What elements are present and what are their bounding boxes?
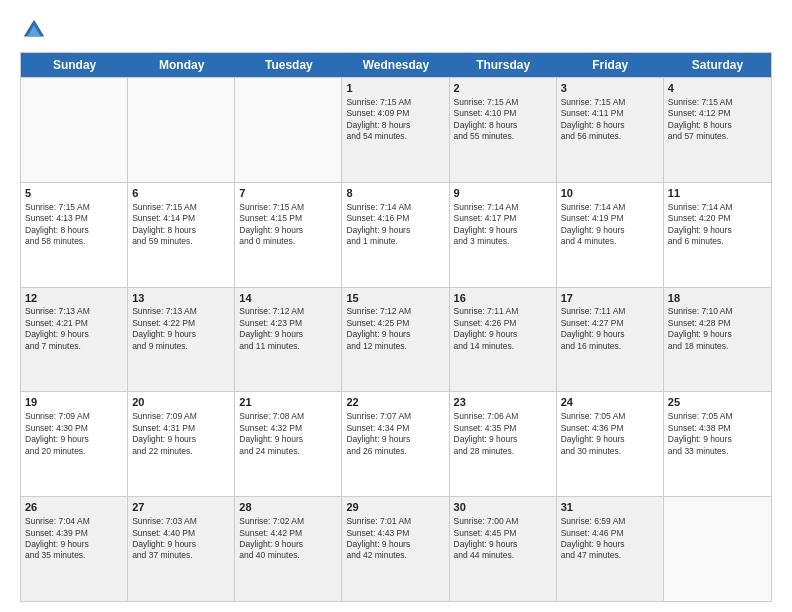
cell-info: Sunrise: 7:13 AM Sunset: 4:22 PM Dayligh… [132,306,230,352]
day-number: 1 [346,81,444,96]
header-day-thursday: Thursday [450,53,557,77]
day-number: 6 [132,186,230,201]
day-number: 29 [346,500,444,515]
day-number: 9 [454,186,552,201]
cell-info: Sunrise: 7:03 AM Sunset: 4:40 PM Dayligh… [132,516,230,562]
day-number: 13 [132,291,230,306]
cell-info: Sunrise: 7:12 AM Sunset: 4:23 PM Dayligh… [239,306,337,352]
cell-info: Sunrise: 7:14 AM Sunset: 4:20 PM Dayligh… [668,202,767,248]
cell-info: Sunrise: 7:06 AM Sunset: 4:35 PM Dayligh… [454,411,552,457]
day-number: 15 [346,291,444,306]
calendar-cell: 13Sunrise: 7:13 AM Sunset: 4:22 PM Dayli… [128,288,235,392]
calendar-cell: 18Sunrise: 7:10 AM Sunset: 4:28 PM Dayli… [664,288,771,392]
cell-info: Sunrise: 7:13 AM Sunset: 4:21 PM Dayligh… [25,306,123,352]
day-number: 3 [561,81,659,96]
calendar-cell: 19Sunrise: 7:09 AM Sunset: 4:30 PM Dayli… [21,392,128,496]
calendar-cell: 31Sunrise: 6:59 AM Sunset: 4:46 PM Dayli… [557,497,664,601]
calendar-cell: 6Sunrise: 7:15 AM Sunset: 4:14 PM Daylig… [128,183,235,287]
calendar-cell: 3Sunrise: 7:15 AM Sunset: 4:11 PM Daylig… [557,78,664,182]
calendar-cell: 5Sunrise: 7:15 AM Sunset: 4:13 PM Daylig… [21,183,128,287]
calendar-row-4: 26Sunrise: 7:04 AM Sunset: 4:39 PM Dayli… [21,496,771,601]
cell-info: Sunrise: 7:02 AM Sunset: 4:42 PM Dayligh… [239,516,337,562]
calendar-cell [128,78,235,182]
cell-info: Sunrise: 7:15 AM Sunset: 4:14 PM Dayligh… [132,202,230,248]
day-number: 21 [239,395,337,410]
calendar-cell: 29Sunrise: 7:01 AM Sunset: 4:43 PM Dayli… [342,497,449,601]
cell-info: Sunrise: 7:09 AM Sunset: 4:30 PM Dayligh… [25,411,123,457]
calendar-cell: 10Sunrise: 7:14 AM Sunset: 4:19 PM Dayli… [557,183,664,287]
cell-info: Sunrise: 7:15 AM Sunset: 4:12 PM Dayligh… [668,97,767,143]
day-number: 2 [454,81,552,96]
day-number: 31 [561,500,659,515]
day-number: 16 [454,291,552,306]
cell-info: Sunrise: 7:05 AM Sunset: 4:36 PM Dayligh… [561,411,659,457]
calendar-cell [664,497,771,601]
cell-info: Sunrise: 7:00 AM Sunset: 4:45 PM Dayligh… [454,516,552,562]
calendar-row-0: 1Sunrise: 7:15 AM Sunset: 4:09 PM Daylig… [21,77,771,182]
calendar-cell: 30Sunrise: 7:00 AM Sunset: 4:45 PM Dayli… [450,497,557,601]
header-day-monday: Monday [128,53,235,77]
cell-info: Sunrise: 7:15 AM Sunset: 4:11 PM Dayligh… [561,97,659,143]
cell-info: Sunrise: 7:11 AM Sunset: 4:26 PM Dayligh… [454,306,552,352]
cell-info: Sunrise: 7:05 AM Sunset: 4:38 PM Dayligh… [668,411,767,457]
cell-info: Sunrise: 7:15 AM Sunset: 4:13 PM Dayligh… [25,202,123,248]
calendar-header: SundayMondayTuesdayWednesdayThursdayFrid… [21,53,771,77]
cell-info: Sunrise: 7:15 AM Sunset: 4:15 PM Dayligh… [239,202,337,248]
day-number: 5 [25,186,123,201]
calendar-cell: 4Sunrise: 7:15 AM Sunset: 4:12 PM Daylig… [664,78,771,182]
day-number: 25 [668,395,767,410]
calendar-cell: 15Sunrise: 7:12 AM Sunset: 4:25 PM Dayli… [342,288,449,392]
calendar-cell: 2Sunrise: 7:15 AM Sunset: 4:10 PM Daylig… [450,78,557,182]
calendar-cell: 27Sunrise: 7:03 AM Sunset: 4:40 PM Dayli… [128,497,235,601]
day-number: 24 [561,395,659,410]
calendar-cell [21,78,128,182]
cell-info: Sunrise: 7:10 AM Sunset: 4:28 PM Dayligh… [668,306,767,352]
calendar-cell: 11Sunrise: 7:14 AM Sunset: 4:20 PM Dayli… [664,183,771,287]
calendar-cell: 17Sunrise: 7:11 AM Sunset: 4:27 PM Dayli… [557,288,664,392]
cell-info: Sunrise: 7:14 AM Sunset: 4:17 PM Dayligh… [454,202,552,248]
header-day-wednesday: Wednesday [342,53,449,77]
calendar: SundayMondayTuesdayWednesdayThursdayFrid… [20,52,772,602]
cell-info: Sunrise: 7:14 AM Sunset: 4:19 PM Dayligh… [561,202,659,248]
calendar-cell: 28Sunrise: 7:02 AM Sunset: 4:42 PM Dayli… [235,497,342,601]
cell-info: Sunrise: 7:14 AM Sunset: 4:16 PM Dayligh… [346,202,444,248]
cell-info: Sunrise: 7:08 AM Sunset: 4:32 PM Dayligh… [239,411,337,457]
day-number: 26 [25,500,123,515]
header-day-friday: Friday [557,53,664,77]
header [20,16,772,44]
day-number: 30 [454,500,552,515]
calendar-cell: 14Sunrise: 7:12 AM Sunset: 4:23 PM Dayli… [235,288,342,392]
calendar-cell: 26Sunrise: 7:04 AM Sunset: 4:39 PM Dayli… [21,497,128,601]
calendar-cell: 12Sunrise: 7:13 AM Sunset: 4:21 PM Dayli… [21,288,128,392]
cell-info: Sunrise: 7:07 AM Sunset: 4:34 PM Dayligh… [346,411,444,457]
day-number: 23 [454,395,552,410]
logo-icon [20,16,48,44]
day-number: 11 [668,186,767,201]
calendar-cell: 9Sunrise: 7:14 AM Sunset: 4:17 PM Daylig… [450,183,557,287]
day-number: 7 [239,186,337,201]
day-number: 19 [25,395,123,410]
day-number: 27 [132,500,230,515]
calendar-cell [235,78,342,182]
calendar-cell: 1Sunrise: 7:15 AM Sunset: 4:09 PM Daylig… [342,78,449,182]
calendar-body: 1Sunrise: 7:15 AM Sunset: 4:09 PM Daylig… [21,77,771,601]
cell-info: Sunrise: 7:11 AM Sunset: 4:27 PM Dayligh… [561,306,659,352]
calendar-cell: 22Sunrise: 7:07 AM Sunset: 4:34 PM Dayli… [342,392,449,496]
cell-info: Sunrise: 6:59 AM Sunset: 4:46 PM Dayligh… [561,516,659,562]
day-number: 18 [668,291,767,306]
cell-info: Sunrise: 7:01 AM Sunset: 4:43 PM Dayligh… [346,516,444,562]
calendar-cell: 7Sunrise: 7:15 AM Sunset: 4:15 PM Daylig… [235,183,342,287]
calendar-cell: 24Sunrise: 7:05 AM Sunset: 4:36 PM Dayli… [557,392,664,496]
calendar-cell: 23Sunrise: 7:06 AM Sunset: 4:35 PM Dayli… [450,392,557,496]
cell-info: Sunrise: 7:15 AM Sunset: 4:09 PM Dayligh… [346,97,444,143]
header-day-sunday: Sunday [21,53,128,77]
day-number: 10 [561,186,659,201]
calendar-cell: 8Sunrise: 7:14 AM Sunset: 4:16 PM Daylig… [342,183,449,287]
day-number: 12 [25,291,123,306]
day-number: 28 [239,500,337,515]
day-number: 14 [239,291,337,306]
cell-info: Sunrise: 7:12 AM Sunset: 4:25 PM Dayligh… [346,306,444,352]
calendar-cell: 25Sunrise: 7:05 AM Sunset: 4:38 PM Dayli… [664,392,771,496]
calendar-cell: 21Sunrise: 7:08 AM Sunset: 4:32 PM Dayli… [235,392,342,496]
cell-info: Sunrise: 7:15 AM Sunset: 4:10 PM Dayligh… [454,97,552,143]
